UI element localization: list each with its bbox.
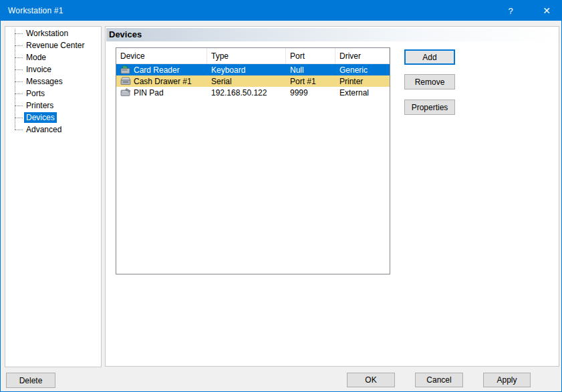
column-header-device[interactable]: Device [116, 48, 207, 64]
workstation-dialog: Workstation #1 ? ✕ Workstation Revenue C… [0, 0, 562, 392]
tree-item-devices[interactable]: Devices [5, 112, 101, 124]
tree-item-revenue-center[interactable]: Revenue Center [5, 39, 101, 51]
dialog-body: Workstation Revenue Center Mode Invoice … [1, 21, 561, 391]
tree-item-advanced[interactable]: Advanced [5, 124, 101, 136]
tree-item-mode[interactable]: Mode [5, 51, 101, 63]
device-list: Device Type Port Driver Card Reader [116, 47, 390, 274]
device-name: Cash Drawer #1 [134, 77, 192, 86]
titlebar: Workstation #1 ? ✕ [1, 1, 561, 21]
table-row[interactable]: PIN Pad 192.168.50.122 9999 External [116, 87, 390, 98]
device-driver: Generic [335, 64, 390, 75]
device-driver: Printer [335, 75, 390, 87]
device-driver: External [335, 87, 390, 98]
ok-button[interactable]: OK [347, 373, 395, 387]
tree-item-messages[interactable]: Messages [5, 75, 101, 87]
device-name: Card Reader [134, 65, 180, 75]
tree-item-ports[interactable]: Ports [5, 87, 101, 100]
remove-button[interactable]: Remove [404, 74, 455, 89]
cancel-button[interactable]: Cancel [415, 373, 463, 387]
device-list-header: Device Type Port Driver [116, 48, 390, 64]
apply-button[interactable]: Apply [483, 373, 531, 387]
device-type: 192.168.50.122 [207, 87, 286, 98]
device-type: Keyboard [207, 64, 286, 75]
close-icon: ✕ [543, 5, 551, 16]
table-row[interactable]: Card Reader Keyboard Null Generic [116, 64, 390, 75]
delete-button[interactable]: Delete [6, 373, 55, 388]
device-port: 9999 [286, 87, 335, 98]
tree-line [15, 29, 15, 130]
devices-panel: Devices Device Type Port Driver [105, 26, 559, 367]
cash-drawer-icon [120, 77, 131, 85]
device-port: Null [286, 64, 335, 75]
device-port: Port #1 [286, 75, 335, 87]
close-button[interactable]: ✕ [536, 1, 557, 21]
help-button[interactable]: ? [500, 1, 521, 21]
settings-tree: Workstation Revenue Center Mode Invoice … [5, 27, 101, 136]
properties-button[interactable]: Properties [404, 100, 455, 115]
settings-tree-panel: Workstation Revenue Center Mode Invoice … [5, 26, 102, 367]
tree-item-printers[interactable]: Printers [5, 100, 101, 112]
column-header-type[interactable]: Type [207, 48, 286, 64]
window-title: Workstation #1 [1, 6, 500, 15]
column-header-driver[interactable]: Driver [335, 48, 390, 64]
device-type: Serial [207, 75, 286, 87]
card-reader-icon [120, 65, 131, 74]
help-icon: ? [508, 6, 513, 16]
device-name: PIN Pad [134, 88, 164, 97]
add-button[interactable]: Add [404, 49, 455, 65]
table-row[interactable]: Cash Drawer #1 Serial Port #1 Printer [116, 75, 390, 87]
pin-pad-icon [120, 88, 131, 97]
panel-title: Devices [106, 28, 558, 41]
tree-item-workstation[interactable]: Workstation [5, 27, 101, 39]
column-header-port[interactable]: Port [286, 48, 335, 64]
tree-item-invoice[interactable]: Invoice [5, 63, 101, 75]
